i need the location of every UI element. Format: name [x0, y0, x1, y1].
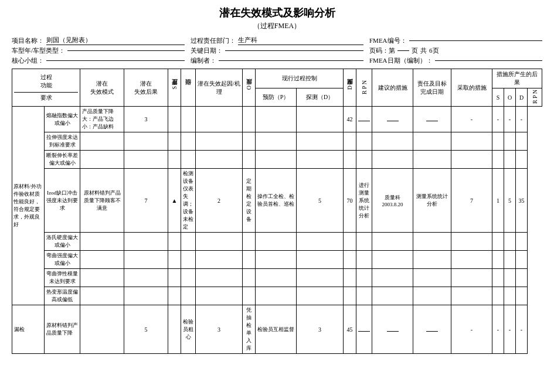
rec-cell	[356, 287, 372, 305]
rpn2-cell	[516, 269, 528, 287]
o2-cell	[492, 269, 504, 287]
editor-label: 编制者：	[191, 56, 216, 65]
actions-cell	[413, 305, 451, 354]
rpn2-cell: 35	[516, 169, 528, 233]
dept-value: 生产科	[238, 36, 363, 45]
class-cell	[168, 233, 181, 251]
det-d-cell	[297, 287, 344, 305]
rec-cell	[356, 305, 372, 354]
th-detection: 探测（D）	[297, 88, 344, 107]
prevention-cell	[243, 132, 256, 151]
resp-cell	[372, 132, 413, 151]
severity-cell	[124, 287, 168, 305]
rpn2-cell: -	[516, 107, 528, 132]
th-rpn2: R P N	[528, 88, 542, 107]
causes-cell	[181, 107, 196, 132]
effects-cell	[80, 233, 124, 251]
failure-mode-cell: 热变形温度偏高或偏低	[45, 287, 80, 305]
rpn-cell	[344, 269, 356, 287]
severity-cell	[124, 233, 168, 251]
rpn2-cell	[516, 251, 528, 269]
th-prevention: 预防（P）	[256, 88, 297, 107]
det-d-cell	[297, 269, 344, 287]
effects-cell	[80, 251, 124, 269]
occ-cell: 2	[196, 169, 243, 233]
actions-cell	[413, 107, 451, 132]
resp-cell	[372, 251, 413, 269]
effects-cell: 产品质量下降大：产品飞边小：产品缺料	[80, 107, 124, 132]
s2-cell: 7	[451, 169, 492, 233]
failure-mode-cell: 洛氏硬度偏大或偏小	[45, 233, 80, 251]
o2-cell: -	[492, 305, 504, 354]
rpn-cell	[344, 233, 356, 251]
actions-cell	[413, 151, 451, 169]
rec-cell	[356, 233, 372, 251]
s2-cell	[451, 233, 492, 251]
rpn2-cell: -	[516, 305, 528, 354]
failure-mode-cell: 熔融指数偏大或偏小	[45, 107, 80, 132]
o2-cell	[492, 287, 504, 305]
class-cell	[168, 287, 181, 305]
th-occurrence: 频度O	[243, 69, 256, 107]
th-rpn: R P N	[356, 69, 372, 107]
occ-cell	[196, 269, 243, 287]
rpn-cell	[344, 287, 356, 305]
det-d-cell	[297, 251, 344, 269]
resp-cell: 质量科 2003.8.20	[372, 169, 413, 233]
occ-cell: 3	[196, 305, 243, 354]
actions-cell	[413, 287, 451, 305]
detection-cell	[256, 251, 297, 269]
detection-cell: 操作工全检、检验员首检、巡检	[256, 169, 297, 233]
rec-cell	[356, 132, 372, 151]
prevention-cell	[243, 151, 256, 169]
resp-cell	[372, 287, 413, 305]
d2-cell: -	[504, 305, 516, 354]
th-failure-mode: 潜在失效模式	[80, 69, 124, 107]
causes-cell	[181, 251, 196, 269]
d2-cell	[504, 287, 516, 305]
rec-cell	[356, 269, 372, 287]
th-class: 级别	[181, 69, 196, 107]
dept-label: 过程责任部门：	[191, 36, 236, 45]
failure-mode-cell: Izod缺口冲击强度未达到要求	[45, 169, 80, 233]
d2-cell: -	[504, 107, 516, 132]
failure-mode-cell: 弯曲强度偏大或偏小	[45, 251, 80, 269]
table-row: 漏检 原材料错判产品质量下降 5 检验员粗心 3 凭抽检单入库 检验员互相监督 …	[12, 305, 542, 354]
year-label: 车型年/车型类型：	[12, 46, 65, 55]
effects-cell: 原材料错判产品质量下降顾客不满意	[80, 169, 124, 233]
d2-cell	[504, 269, 516, 287]
prevention-cell: 凭抽检单入库	[243, 305, 256, 354]
severity-cell	[124, 269, 168, 287]
detection-cell	[256, 107, 297, 132]
prevention-cell	[243, 269, 256, 287]
actions-cell: 测量系统统计分析	[413, 169, 451, 233]
table-row: 原材料/外功件验收材质性能良好，符合规定要求，外观良好 熔融指数偏大或偏小 产品…	[12, 107, 542, 132]
page-num	[397, 50, 409, 51]
actions-cell	[413, 233, 451, 251]
effects-cell	[80, 132, 124, 151]
o2-cell: 1	[492, 169, 504, 233]
det-d-cell	[297, 233, 344, 251]
fmea-no-value	[409, 40, 542, 41]
project-label: 项目名称：	[12, 36, 44, 45]
th-severity: 严重度S	[168, 69, 181, 107]
page-num-text: 页	[412, 46, 418, 55]
resp-cell	[372, 151, 413, 169]
severity-cell	[124, 132, 168, 151]
detection-cell	[256, 269, 297, 287]
project-value: 则国（见附表）	[46, 36, 185, 45]
s2-cell	[451, 269, 492, 287]
occ-cell	[196, 151, 243, 169]
d2-cell	[504, 151, 516, 169]
causes-cell	[181, 233, 196, 251]
team-value	[46, 60, 185, 61]
occ-cell	[196, 287, 243, 305]
class-cell	[168, 132, 181, 151]
team-label: 核心小组：	[12, 56, 44, 65]
effects-cell	[80, 151, 124, 169]
rpn-cell: 42	[344, 107, 356, 132]
resp-cell	[372, 269, 413, 287]
process-cell: 原材料/外功件验收材质性能良好，符合规定要求，外观良好	[12, 107, 45, 305]
occ-cell	[196, 107, 243, 132]
rpn2-cell	[516, 151, 528, 169]
